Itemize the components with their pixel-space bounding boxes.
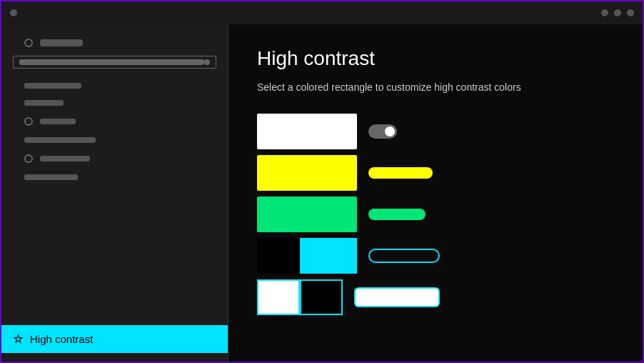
color-swatch-yellow[interactable] bbox=[257, 155, 357, 191]
toggle-knob bbox=[385, 126, 395, 136]
sidebar-item-3[interactable] bbox=[13, 94, 216, 111]
color-label-green bbox=[368, 209, 426, 220]
title-bar bbox=[1, 1, 643, 24]
high-contrast-icon: ☆ bbox=[13, 332, 23, 346]
radio-circle bbox=[24, 39, 33, 47]
sidebar-item-label bbox=[40, 39, 83, 46]
sidebar-search-box[interactable] bbox=[13, 56, 216, 69]
close-button[interactable] bbox=[627, 9, 634, 16]
maximize-button[interactable] bbox=[614, 9, 621, 16]
search-input-placeholder bbox=[19, 59, 204, 65]
color-swatch-green[interactable] bbox=[257, 197, 357, 232]
color-row-2 bbox=[257, 154, 614, 192]
page-title: High contrast bbox=[257, 47, 614, 70]
page-subtitle: Select a colored rectangle to customize … bbox=[257, 81, 614, 93]
search-icon bbox=[204, 59, 210, 65]
toggle-switch[interactable] bbox=[368, 124, 397, 139]
sidebar-item-6[interactable] bbox=[13, 149, 216, 169]
sidebar-item-label bbox=[24, 83, 81, 89]
color-label-yellow bbox=[368, 167, 433, 179]
color-swatch-black-bordered[interactable] bbox=[300, 279, 343, 315]
color-swatch-white-bordered[interactable] bbox=[257, 279, 300, 315]
dual-rect-container bbox=[257, 238, 357, 274]
color-rows bbox=[257, 113, 614, 316]
color-label-white-fill bbox=[354, 287, 440, 307]
color-swatch-black-border[interactable] bbox=[257, 238, 300, 274]
sidebar-item-label bbox=[40, 119, 76, 124]
color-row-3 bbox=[257, 196, 614, 233]
radio-circle bbox=[24, 117, 33, 126]
title-bar-dot bbox=[10, 9, 17, 16]
sidebar-item-4[interactable] bbox=[13, 111, 216, 131]
color-row-4 bbox=[257, 237, 614, 274]
title-bar-right bbox=[601, 9, 634, 16]
color-label-outline-cyan bbox=[368, 249, 440, 263]
main-content: ☆ High contrast High contrast Select a c… bbox=[1, 24, 643, 362]
color-swatch-cyan[interactable] bbox=[300, 238, 357, 274]
color-swatch-white[interactable] bbox=[257, 114, 357, 149]
sidebar-item-2[interactable] bbox=[13, 77, 216, 94]
sidebar-item-7[interactable] bbox=[13, 169, 216, 186]
sidebar-item-label bbox=[24, 137, 96, 143]
sidebar: ☆ High contrast bbox=[1, 24, 228, 362]
sidebar-active-label: High contrast bbox=[30, 333, 93, 345]
sidebar-top bbox=[1, 33, 228, 194]
color-row-5 bbox=[257, 279, 614, 316]
sidebar-item-label bbox=[24, 100, 64, 106]
sidebar-item-1[interactable] bbox=[13, 33, 216, 53]
title-bar-left bbox=[10, 9, 17, 16]
sidebar-item-label bbox=[40, 156, 90, 161]
row5-rect-container bbox=[257, 279, 343, 315]
color-row-1 bbox=[257, 113, 614, 150]
sidebar-active-item-high-contrast[interactable]: ☆ High contrast bbox=[1, 325, 228, 353]
window: ☆ High contrast High contrast Select a c… bbox=[1, 1, 643, 362]
sidebar-item-label bbox=[24, 174, 78, 180]
right-panel: High contrast Select a colored rectangle… bbox=[228, 24, 643, 362]
minimize-button[interactable] bbox=[601, 9, 608, 16]
sidebar-item-5[interactable] bbox=[13, 131, 216, 149]
radio-circle bbox=[24, 154, 33, 163]
